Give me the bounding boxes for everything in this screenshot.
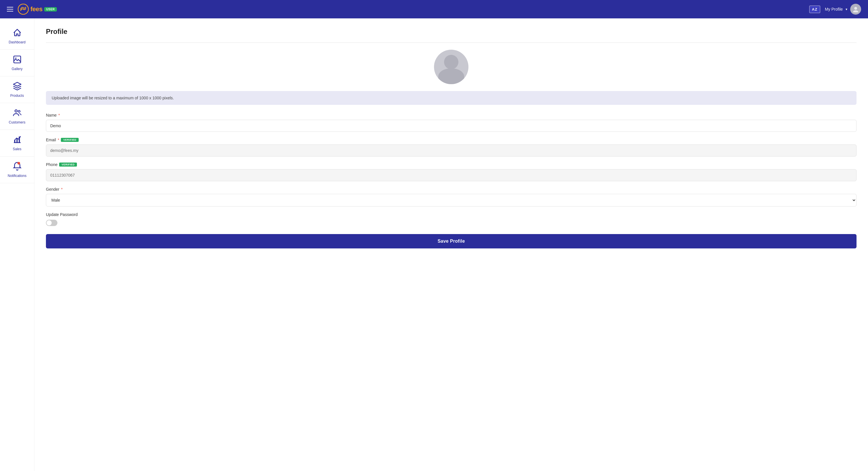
avatar-body xyxy=(438,68,464,84)
name-group: Name * xyxy=(46,113,857,132)
profile-menu[interactable]: My Profile ▼ xyxy=(825,4,861,14)
avatar-area xyxy=(46,50,857,84)
update-password-label: Update Password xyxy=(46,212,857,217)
sidebar-item-gallery[interactable]: Gallery xyxy=(0,50,34,77)
profile-dropdown-arrow: ▼ xyxy=(845,8,848,11)
svg-point-6 xyxy=(18,110,20,112)
az-language-icon[interactable]: AZ xyxy=(809,5,820,13)
gender-select[interactable]: MaleFemaleOther xyxy=(46,194,857,206)
sidebar-item-customers[interactable]: Customers xyxy=(0,103,34,130)
phone-input xyxy=(46,169,857,181)
svg-rect-7 xyxy=(14,140,15,143)
logo-text: fees xyxy=(30,5,42,13)
sidebar: Dashboard Gallery Products xyxy=(0,19,34,471)
main-layout: Dashboard Gallery Products xyxy=(0,19,868,471)
user-badge: USER xyxy=(44,7,57,11)
sidebar-item-products[interactable]: Products xyxy=(0,77,34,103)
title-divider xyxy=(46,42,857,43)
image-info-text: Uploaded image will be resized to a maxi… xyxy=(52,96,851,100)
avatar xyxy=(850,4,861,14)
name-input[interactable] xyxy=(46,120,857,132)
logo-area: fees USER xyxy=(18,4,57,14)
top-navigation: fees USER AZ My Profile ▼ xyxy=(0,0,868,19)
svg-point-10 xyxy=(17,162,20,165)
sidebar-item-label-dashboard: Dashboard xyxy=(9,40,26,44)
svg-point-5 xyxy=(15,110,17,112)
name-required: * xyxy=(58,113,60,117)
sidebar-item-label-sales: Sales xyxy=(12,147,21,151)
nav-left: fees USER xyxy=(7,4,57,14)
phone-group: Phone VERIFIED xyxy=(46,162,857,181)
page-title: Profile xyxy=(46,28,857,36)
email-input xyxy=(46,144,857,156)
email-required: * xyxy=(58,138,59,142)
home-icon xyxy=(12,28,22,38)
svg-point-1 xyxy=(854,7,857,10)
gender-required: * xyxy=(61,187,63,192)
nav-right: AZ My Profile ▼ xyxy=(809,4,861,14)
chart-icon xyxy=(12,135,22,145)
update-password-toggle[interactable] xyxy=(46,220,57,226)
update-password-section: Update Password xyxy=(46,212,857,226)
box-icon xyxy=(12,82,22,92)
sidebar-item-label-products: Products xyxy=(10,94,24,98)
sidebar-item-notifications[interactable]: Notifications xyxy=(0,156,34,183)
svg-point-4 xyxy=(15,57,17,59)
sidebar-item-dashboard[interactable]: Dashboard xyxy=(0,23,34,50)
hamburger-menu[interactable] xyxy=(7,7,13,11)
phone-verified-badge: VERIFIED xyxy=(59,163,77,167)
avatar-head xyxy=(444,55,458,69)
gallery-icon xyxy=(12,55,22,65)
profile-avatar xyxy=(434,50,468,84)
save-profile-button[interactable]: Save Profile xyxy=(46,234,857,248)
sidebar-item-sales[interactable]: Sales xyxy=(0,130,34,156)
bell-icon xyxy=(12,162,22,172)
profile-menu-label: My Profile xyxy=(825,7,843,11)
customers-icon xyxy=(12,108,22,119)
main-content: Profile Uploaded image will be resized t… xyxy=(34,19,868,471)
email-label: Email * VERIFIED xyxy=(46,138,857,142)
gender-group: Gender * MaleFemaleOther xyxy=(46,187,857,206)
email-verified-badge: VERIFIED xyxy=(61,138,79,142)
svg-point-2 xyxy=(853,10,858,12)
name-label: Name * xyxy=(46,113,857,117)
sidebar-item-label-customers: Customers xyxy=(9,120,25,124)
logo-icon xyxy=(18,4,29,14)
image-info-box: Uploaded image will be resized to a maxi… xyxy=(46,91,857,105)
sidebar-item-label-gallery: Gallery xyxy=(11,67,22,71)
phone-label: Phone VERIFIED xyxy=(46,162,857,167)
sidebar-item-label-notifications: Notifications xyxy=(8,174,26,178)
email-group: Email * VERIFIED xyxy=(46,138,857,156)
gender-label: Gender * xyxy=(46,187,857,192)
